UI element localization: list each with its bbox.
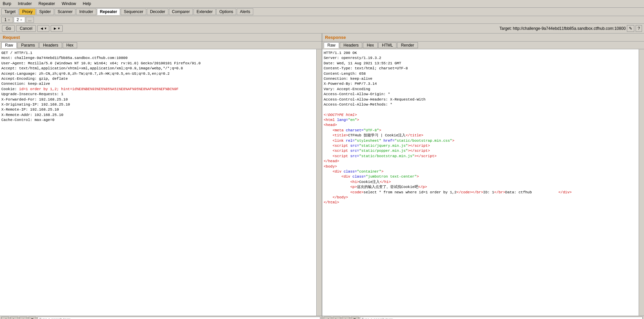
close-tab-2-icon[interactable]: × (20, 18, 22, 22)
bottom-bars: ◄ ► ▲ ▼ ◄ ► ▲ ▼ (0, 316, 644, 319)
response-panel-inner: HTTP/1.1 200 OK Server: openresty/1.19.3… (322, 49, 644, 316)
response-code-wrapper: HTTP/1.1 200 OK Server: openresty/1.19.3… (322, 49, 639, 316)
forward-dropdown-icon[interactable]: ▼ (57, 27, 60, 30)
menu-intruder[interactable]: Intruder (16, 1, 33, 7)
tab-sequencer[interactable]: Sequencer (121, 8, 146, 15)
tab-spider[interactable]: Spider (36, 8, 54, 15)
request-panel: Request Raw Params Headers Hex GET / HTT… (0, 34, 322, 316)
back-nav-button[interactable]: ◄ ▼ (37, 25, 49, 32)
request-tab-headers[interactable]: Headers (39, 42, 62, 48)
tab-options[interactable]: Options (216, 8, 236, 15)
response-tab-raw[interactable]: Raw (324, 42, 339, 48)
req-nav-down[interactable]: ▼ (29, 317, 36, 319)
tab-proxy[interactable]: Proxy (19, 8, 36, 15)
response-subtabs: Raw Headers Hex HTML Render (322, 42, 644, 49)
go-button[interactable]: Go (2, 25, 15, 32)
repeater-tab-add[interactable]: ... (26, 17, 34, 23)
repeater-tab-2-label: 2 (17, 17, 19, 22)
response-title: Response (322, 34, 644, 42)
menu-help[interactable]: Help (82, 1, 93, 7)
tab-decoder[interactable]: Decoder (147, 8, 168, 15)
req-nav-up[interactable]: ▲ (19, 317, 27, 319)
forward-arrow-icon: ► (53, 26, 57, 31)
request-subtabs: Raw Params Headers Hex (0, 42, 322, 49)
req-nav-forward[interactable]: ► (10, 317, 18, 319)
resp-nav-back[interactable]: ◄ (324, 317, 331, 319)
tab-scanner[interactable]: Scanner (55, 8, 76, 15)
resp-nav-forward[interactable]: ► (333, 317, 340, 319)
edit-target-button[interactable]: ✎ (627, 25, 634, 32)
response-search-input[interactable] (360, 317, 643, 319)
resp-nav-down[interactable]: ▼ (351, 317, 359, 319)
repeater-tab-2[interactable]: 2 × (14, 17, 25, 23)
close-tab-1-icon[interactable]: × (8, 18, 10, 22)
response-bottom-bar: ◄ ► ▲ ▼ (322, 316, 644, 319)
menu-window[interactable]: Window (60, 1, 77, 7)
resp-nav-up[interactable]: ▲ (342, 317, 350, 319)
request-code-area[interactable]: GET / HTTP/1.1 Host: challenge-9a744ebd1… (0, 49, 316, 316)
cancel-button[interactable]: Cancel (16, 25, 36, 32)
response-tab-hex[interactable]: Hex (363, 42, 377, 48)
forward-nav-button[interactable]: ► ▼ (51, 25, 63, 32)
request-panel-inner: GET / HTTP/1.1 Host: challenge-9a744ebd1… (0, 49, 322, 316)
target-label: Target: http://challenge-9a744ebd11fbb85… (499, 26, 626, 31)
request-search-input[interactable] (38, 317, 320, 319)
request-tab-raw[interactable]: Raw (1, 42, 17, 48)
menu-repeater[interactable]: Repeater (37, 1, 56, 7)
repeater-tab-1-label: 1 (4, 17, 7, 22)
tab-comparer[interactable]: Comparer (169, 8, 193, 15)
request-scrollbar[interactable] (316, 49, 322, 316)
request-tab-params[interactable]: Params (17, 42, 39, 48)
response-code-area[interactable]: HTTP/1.1 200 OK Server: openresty/1.19.3… (322, 49, 639, 316)
request-tab-hex[interactable]: Hex (63, 42, 77, 48)
response-tab-headers[interactable]: Headers (340, 42, 362, 48)
response-scrollbar[interactable] (639, 49, 644, 316)
tab-intruder[interactable]: Intruder (76, 8, 96, 15)
tab-target[interactable]: Target (1, 8, 18, 15)
menu-bar: Burp Intruder Repeater Window Help (0, 0, 644, 8)
main-tab-bar: Target Proxy Spider Scanner Intruder Rep… (0, 8, 644, 16)
back-dropdown-icon[interactable]: ▼ (44, 27, 47, 30)
menu-burp[interactable]: Burp (1, 1, 12, 7)
help-button[interactable]: ? (636, 25, 642, 32)
back-arrow-icon: ◄ (40, 26, 44, 31)
repeater-tabs: 1 × 2 × ... (0, 16, 644, 24)
response-tab-html[interactable]: HTML (378, 42, 397, 48)
response-tab-render[interactable]: Render (397, 42, 418, 48)
tab-extender[interactable]: Extender (194, 8, 216, 15)
tab-repeater[interactable]: Repeater (97, 8, 120, 15)
toolbar: Go Cancel ◄ ▼ ► ▼ Target: http://challen… (0, 24, 644, 34)
response-panel: Response Raw Headers Hex HTML Render HTT… (322, 34, 644, 316)
request-code-wrapper: GET / HTTP/1.1 Host: challenge-9a744ebd1… (0, 49, 316, 316)
main-content: Request Raw Params Headers Hex GET / HTT… (0, 34, 644, 316)
repeater-tab-1[interactable]: 1 × (1, 17, 13, 23)
request-title: Request (0, 34, 322, 42)
req-nav-back[interactable]: ◄ (1, 317, 9, 319)
tab-alerts[interactable]: Alerts (237, 8, 253, 15)
request-bottom-bar: ◄ ► ▲ ▼ (0, 316, 322, 319)
